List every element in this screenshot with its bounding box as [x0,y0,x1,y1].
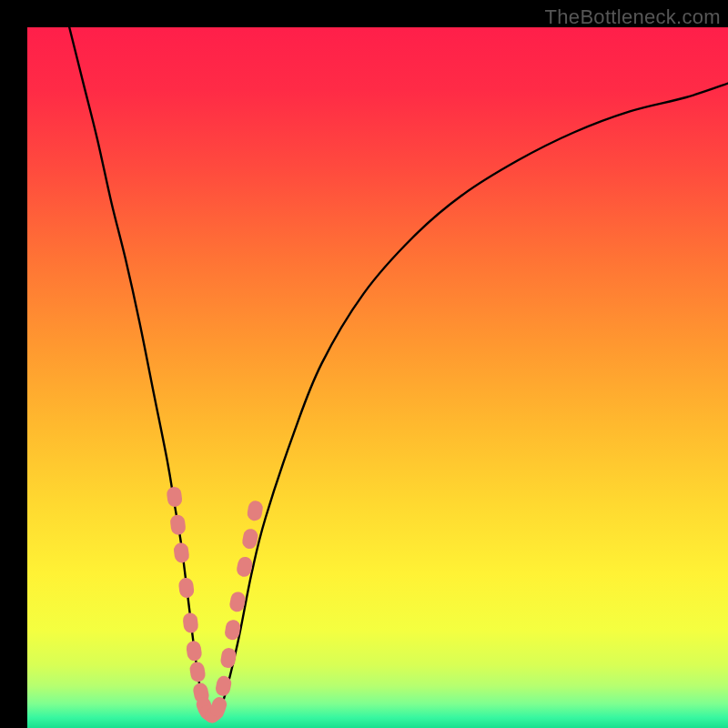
highlight-marker [219,647,237,669]
highlight-marker [241,528,259,551]
highlight-marker [166,486,183,508]
watermark-label: TheBottleneck.com [545,5,721,29]
highlight-marker [182,612,199,634]
highlight-markers [166,486,264,726]
highlight-marker [169,514,187,536]
chart-frame: TheBottleneck.com [0,0,728,728]
highlight-marker [188,661,206,682]
highlight-marker [186,640,203,662]
bottleneck-curve [69,27,728,716]
highlight-marker [173,542,190,564]
highlight-marker [177,577,195,599]
curve-layer [27,27,728,728]
highlight-marker [246,500,264,521]
plot-area [27,27,728,728]
